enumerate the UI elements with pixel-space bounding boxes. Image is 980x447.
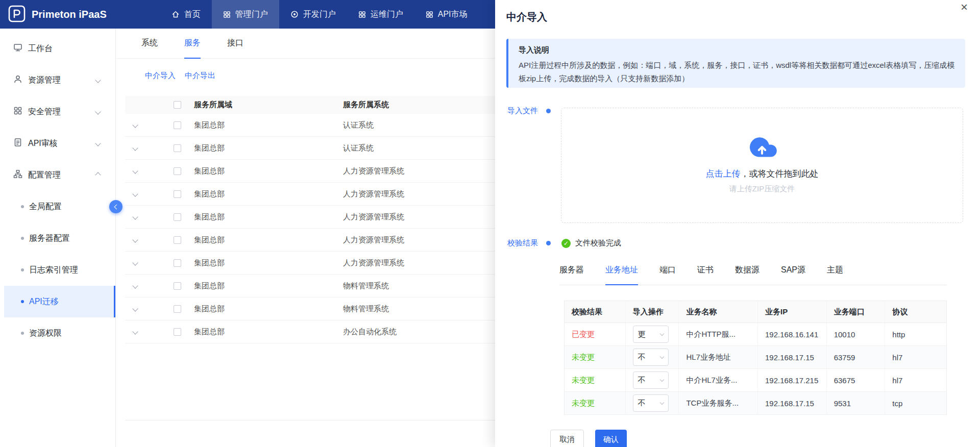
tab-topic[interactable]: 主题 bbox=[827, 264, 843, 285]
import-operation-select[interactable]: 更 bbox=[633, 326, 669, 343]
sidebar-item-global-config[interactable]: 全局配置 bbox=[4, 191, 115, 222]
row-expand-icon[interactable] bbox=[132, 191, 138, 196]
tab-port[interactable]: 端口 bbox=[659, 264, 676, 285]
import-operation-select[interactable]: 不 bbox=[633, 349, 669, 366]
sidebar-item-workbench[interactable]: 工作台 bbox=[0, 33, 115, 64]
nav-item-home[interactable]: 首页 bbox=[160, 0, 212, 29]
bullet-icon bbox=[21, 332, 24, 335]
sidebar-item-resource-mgmt[interactable]: 资源管理 bbox=[0, 64, 115, 96]
intermediary-export-link[interactable]: 中介导出 bbox=[185, 71, 215, 81]
tab-server[interactable]: 服务器 bbox=[559, 264, 584, 285]
sidebar-item-api-review[interactable]: API审核 bbox=[0, 128, 115, 159]
row-checkbox[interactable] bbox=[174, 259, 181, 267]
drawer-tabbar: 服务器 业务地址 端口 证书 数据源 SAP源 主题 bbox=[559, 264, 947, 285]
nav-item-ops-portal[interactable]: 运维门户 bbox=[347, 0, 414, 29]
tab-system[interactable]: 系统 bbox=[141, 29, 158, 59]
upload-click-link[interactable]: 点击上传 bbox=[706, 169, 741, 179]
chevron-down-icon bbox=[659, 354, 664, 358]
import-operation-select[interactable]: 不 bbox=[633, 394, 669, 412]
row-checkbox[interactable] bbox=[174, 282, 181, 290]
sidebar-item-server-config[interactable]: 服务器配置 bbox=[4, 222, 115, 254]
cell-result: 已变更 bbox=[565, 323, 626, 345]
sidebar-collapse-button[interactable] bbox=[109, 200, 122, 213]
tab-sap-source[interactable]: SAP源 bbox=[781, 264, 805, 285]
notice-body: API注册过程中所涉及的数据，例如：端口，域，系统，服务，接口，证书，wsdl等… bbox=[519, 59, 955, 85]
tab-label: 系统 bbox=[141, 38, 158, 48]
nav-menu: 首页 管理门户 开发门户 运维门户 API市场 bbox=[160, 0, 479, 29]
brand-name: Primeton iPaaS bbox=[32, 9, 107, 20]
row-expand-icon[interactable] bbox=[132, 122, 138, 128]
row-checkbox[interactable] bbox=[174, 236, 181, 244]
import-operation-select[interactable]: 不 bbox=[633, 371, 669, 389]
select-value: 不 bbox=[638, 399, 646, 408]
target-icon bbox=[290, 10, 299, 18]
close-icon[interactable] bbox=[961, 0, 968, 15]
cell-port: 63675 bbox=[827, 369, 886, 391]
row-expand-icon[interactable] bbox=[132, 306, 138, 311]
nav-item-admin-portal[interactable]: 管理门户 bbox=[212, 0, 279, 29]
sidebar-item-log-index-mgmt[interactable]: 日志索引管理 bbox=[4, 254, 115, 286]
user-icon bbox=[13, 74, 22, 86]
row-checkbox[interactable] bbox=[174, 167, 181, 175]
sidebar-item-resource-permission[interactable]: 资源权限 bbox=[4, 317, 115, 349]
row-expand-icon[interactable] bbox=[132, 283, 138, 288]
drawer-footer: 取消 确认 bbox=[550, 430, 627, 447]
column-header-domain: 服务所属域 bbox=[194, 100, 343, 110]
tab-datasource[interactable]: 数据源 bbox=[735, 264, 760, 285]
bullet-icon bbox=[21, 237, 24, 240]
row-expand-icon[interactable] bbox=[132, 145, 138, 151]
chevron-down-icon bbox=[95, 140, 101, 146]
nav-item-api-market[interactable]: API市场 bbox=[414, 0, 479, 29]
row-expand-icon[interactable] bbox=[132, 260, 138, 265]
sidebar: 工作台 资源管理 安全管理 API审核 配置管理 全局配置 服务器配置 日志索引… bbox=[0, 29, 116, 447]
notice-title: 导入说明 bbox=[519, 45, 955, 55]
row-checkbox[interactable] bbox=[174, 213, 181, 221]
grid-icon bbox=[13, 106, 22, 117]
tab-certificate[interactable]: 证书 bbox=[697, 264, 714, 285]
select-all-checkbox[interactable] bbox=[174, 101, 181, 109]
row-expand-icon[interactable] bbox=[132, 168, 138, 173]
bullet-icon bbox=[21, 205, 24, 208]
row-expand-icon[interactable] bbox=[132, 237, 138, 242]
column-header-name: 业务名称 bbox=[679, 301, 758, 322]
nav-item-dev-portal[interactable]: 开发门户 bbox=[279, 0, 347, 29]
column-header-ip: 业务IP bbox=[758, 301, 827, 322]
row-expand-icon[interactable] bbox=[132, 329, 138, 334]
tab-interface[interactable]: 接口 bbox=[227, 29, 243, 59]
cell-domain: 集团总部 bbox=[194, 235, 343, 245]
tab-service[interactable]: 服务 bbox=[184, 29, 201, 59]
verify-status: 文件校验完成 bbox=[561, 238, 621, 248]
sidebar-item-security-mgmt[interactable]: 安全管理 bbox=[0, 96, 115, 128]
grid-icon bbox=[358, 11, 366, 18]
intermediary-import-link[interactable]: 中介导入 bbox=[145, 71, 176, 81]
row-checkbox[interactable] bbox=[174, 121, 181, 129]
cancel-button[interactable]: 取消 bbox=[550, 430, 584, 447]
tab-label: 接口 bbox=[227, 38, 243, 48]
nav-item-label: API市场 bbox=[438, 9, 468, 20]
import-drawer: 中介导入 导入说明 API注册过程中所涉及的数据，例如：端口，域，系统，服务，接… bbox=[495, 0, 980, 447]
row-checkbox[interactable] bbox=[174, 328, 181, 336]
upload-dropzone[interactable]: 点击上传，或将文件拖到此处 请上传ZIP压缩文件 bbox=[561, 108, 963, 223]
nav-item-label: 运维门户 bbox=[371, 9, 403, 20]
cloud-upload-icon bbox=[747, 151, 777, 160]
row-checkbox[interactable] bbox=[174, 305, 181, 313]
sidebar-item-config-mgmt[interactable]: 配置管理 bbox=[0, 159, 115, 191]
home-icon bbox=[172, 10, 180, 18]
tab-business-address[interactable]: 业务地址 bbox=[605, 264, 638, 285]
sidebar-subitem-label: 日志索引管理 bbox=[29, 265, 78, 276]
cell-port: 9531 bbox=[827, 392, 886, 414]
column-header-protocol: 协议 bbox=[885, 301, 946, 322]
cell-domain: 集团总部 bbox=[194, 166, 343, 176]
row-checkbox[interactable] bbox=[174, 144, 181, 152]
validation-table: 校验结果 导入操作 业务名称 业务IP 业务端口 协议 已变更 更 中介HTTP… bbox=[564, 301, 947, 415]
cell-domain: 集团总部 bbox=[194, 212, 343, 222]
cell-domain: 集团总部 bbox=[194, 189, 343, 199]
sitemap-icon bbox=[13, 169, 22, 181]
upload-hint: 请上传ZIP压缩文件 bbox=[561, 184, 963, 194]
confirm-button[interactable]: 确认 bbox=[595, 430, 627, 447]
row-expand-icon[interactable] bbox=[132, 214, 138, 219]
sidebar-item-api-migration[interactable]: API迁移 bbox=[4, 286, 115, 317]
brand: Primeton iPaaS bbox=[0, 5, 107, 24]
chevron-down-icon bbox=[659, 331, 664, 335]
row-checkbox[interactable] bbox=[174, 190, 181, 198]
